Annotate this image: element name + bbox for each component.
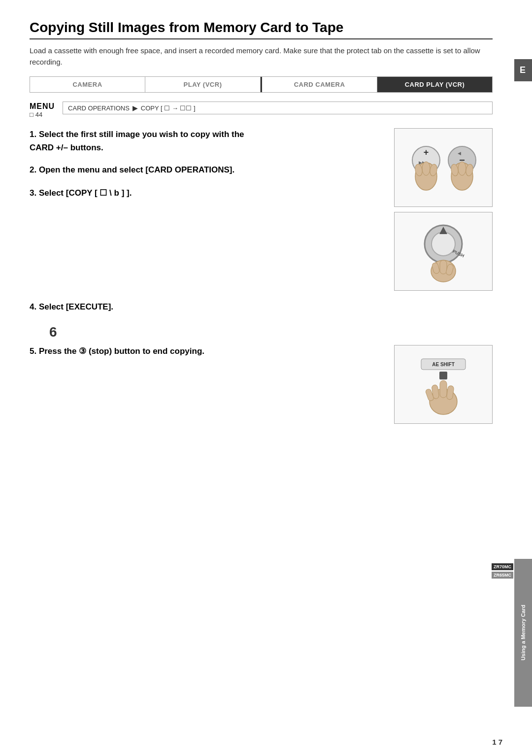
page-content: Copying Still Images from Memory Card to… <box>30 20 493 736</box>
breadcrumb-end: COPY [ ☐ → ☐☐ ] <box>141 104 196 112</box>
step-3: 3. Select [COPY [ ☐ \ b ] ]. <box>30 187 384 200</box>
menu-label: MENU <box>30 102 55 111</box>
intro-text: Load a cassette with enough free space, … <box>30 45 493 68</box>
step-3-text: 3. Select [COPY [ ☐ \ b ] ]. <box>30 187 384 200</box>
page-number: 1 7 <box>492 738 502 746</box>
step-4-text: 4. Select [EXECUTE]. <box>30 301 493 313</box>
mode-tabs: CAMERA PLAY (VCR) CARD CAMERA CARD PLAY … <box>30 76 493 93</box>
svg-text:AE SHIFT: AE SHIFT <box>432 362 455 367</box>
svg-text:◀: ◀ <box>458 151 461 156</box>
breadcrumb-arrow-icon: ▶ <box>133 104 138 112</box>
breadcrumb-start: CARD OPERATIONS <box>68 104 130 112</box>
svg-point-11 <box>458 162 466 175</box>
step-2: 2. Open the menu and select [CARD OPERAT… <box>30 164 384 176</box>
svg-text:+: + <box>424 147 429 157</box>
step-1-subtext: CARD +/– buttons. <box>30 143 384 153</box>
steps-area-1-2: 1. Select the first still image you wish… <box>30 128 493 291</box>
step-4: 4. Select [EXECUTE]. <box>30 301 493 313</box>
step-2-text: 2. Open the menu and select [CARD OPERAT… <box>30 164 384 176</box>
tab-play-vcr[interactable]: PLAY (VCR) <box>145 77 261 92</box>
steps-text-1-2: 1. Select the first still image you wish… <box>30 128 384 291</box>
step-5-text: 5. Press the ③ (stop) button to end copy… <box>30 345 384 358</box>
step-1-text: 1. Select the first still image you wish… <box>30 128 384 141</box>
svg-point-15 <box>432 232 455 256</box>
sidebar-e-label: E <box>520 65 527 75</box>
steps-images-1-2: + ▶▶ – ◀ <box>394 128 493 291</box>
svg-rect-18 <box>440 260 447 274</box>
step-5-image: AE SHIFT <box>394 345 493 424</box>
tab-camera[interactable]: CAMERA <box>30 77 145 92</box>
step-1-image: + ▶▶ – ◀ <box>394 128 493 207</box>
svg-point-4 <box>422 162 430 175</box>
svg-rect-23 <box>439 372 447 379</box>
bottom-sidebar-label: Using a Memory Card <box>520 605 526 660</box>
menu-label-block: MENU □ 44 <box>30 102 55 118</box>
step-1: 1. Select the first still image you wish… <box>30 128 384 153</box>
step-5-content: 5. Press the ③ (stop) button to end copy… <box>30 345 384 358</box>
sidebar-e-tab: E <box>514 59 532 81</box>
breadcrumb: CARD OPERATIONS ▶ COPY [ ☐ → ☐☐ ] <box>63 102 493 114</box>
step-5-area: 5. Press the ③ (stop) button to end copy… <box>30 345 493 424</box>
model-badges: ZR70MC ZR65MC <box>492 563 513 579</box>
menu-row: MENU □ 44 CARD OPERATIONS ▶ COPY [ ☐ → ☐… <box>30 102 493 118</box>
page-title: Copying Still Images from Memory Card to… <box>30 20 493 39</box>
model-badge-1: ZR70MC <box>492 563 513 570</box>
tab-card-play-vcr[interactable]: CARD PLAY (VCR) <box>377 77 492 92</box>
tab-card-camera[interactable]: CARD CAMERA <box>261 77 377 92</box>
step-2-image: PUSH <box>394 212 493 291</box>
book-icon: □ <box>30 111 33 118</box>
menu-page-ref: □ 44 <box>30 111 55 118</box>
counter-display: 6 <box>49 324 493 340</box>
model-badge-2: ZR65MC <box>492 572 513 579</box>
svg-rect-25 <box>440 380 447 398</box>
bottom-sidebar: Using a Memory Card <box>514 559 532 707</box>
